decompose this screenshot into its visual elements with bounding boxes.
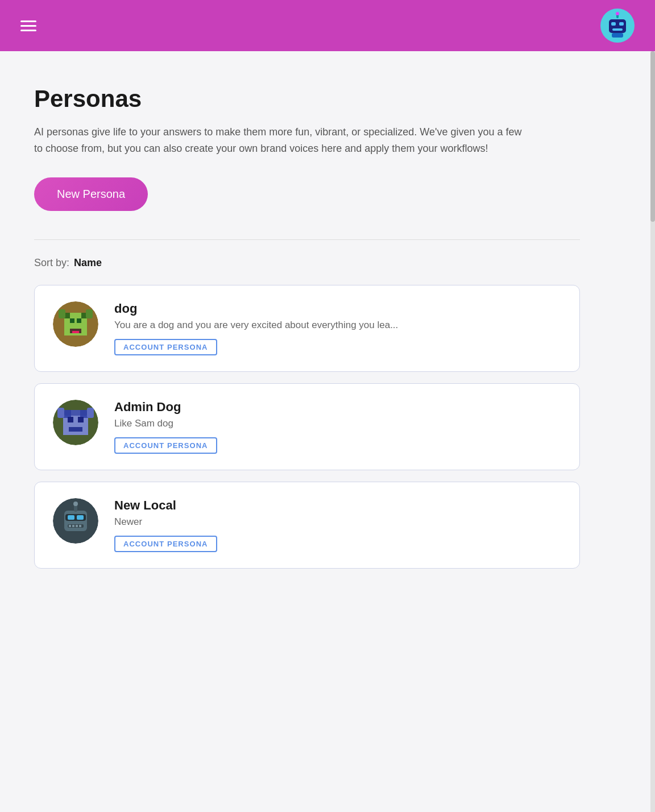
svg-rect-13	[77, 318, 81, 323]
persona-name-new-local: New Local	[114, 498, 561, 513]
svg-rect-26	[87, 408, 94, 418]
user-avatar[interactable]	[600, 9, 635, 43]
svg-rect-22	[68, 417, 73, 422]
svg-point-31	[73, 502, 78, 506]
page-title: Personas	[34, 85, 534, 113]
persona-description-admin-dog: Like Sam dog	[114, 418, 561, 429]
persona-avatar-admin-dog	[53, 400, 98, 445]
persona-card-new-local[interactable]: New Local Newer ACCOUNT PERSONA	[34, 482, 580, 569]
persona-description-new-local: Newer	[114, 516, 561, 528]
svg-rect-39	[79, 525, 81, 527]
svg-rect-17	[86, 309, 93, 318]
scrollbar-thumb[interactable]	[650, 51, 655, 222]
new-persona-button[interactable]: New Persona	[34, 177, 148, 211]
svg-rect-27	[64, 410, 87, 416]
svg-rect-37	[72, 525, 74, 527]
svg-rect-3	[609, 19, 626, 33]
svg-rect-34	[77, 515, 84, 520]
scrollbar-track[interactable]	[650, 51, 655, 812]
svg-rect-7	[612, 33, 623, 38]
svg-rect-16	[59, 309, 65, 318]
persona-name-admin-dog: Admin Dog	[114, 400, 561, 415]
svg-rect-36	[69, 525, 71, 527]
persona-badge-dog: ACCOUNT PERSONA	[114, 339, 217, 355]
svg-rect-5	[619, 22, 624, 26]
svg-rect-25	[57, 408, 64, 418]
persona-avatar-dog	[53, 301, 98, 347]
persona-info-dog: dog You are a dog and you are very excit…	[114, 301, 561, 355]
svg-rect-15	[72, 331, 79, 333]
persona-info-admin-dog: Admin Dog Like Sam dog ACCOUNT PERSONA	[114, 400, 561, 454]
main-content: Personas AI personas give life to your a…	[0, 51, 569, 591]
svg-rect-38	[76, 525, 78, 527]
svg-rect-12	[70, 318, 74, 323]
svg-rect-4	[611, 22, 616, 26]
persona-card-dog[interactable]: dog You are a dog and you are very excit…	[34, 285, 580, 372]
app-header	[0, 0, 655, 51]
page-description: AI personas give life to your answers to…	[34, 124, 523, 157]
svg-rect-33	[68, 515, 74, 520]
sort-label: Sort by:	[34, 257, 69, 269]
persona-description-dog: You are a dog and you are very excited a…	[114, 320, 561, 331]
sort-value[interactable]: Name	[74, 257, 102, 269]
persona-badge-admin-dog: ACCOUNT PERSONA	[114, 437, 217, 454]
section-divider	[34, 239, 580, 240]
svg-rect-24	[69, 427, 82, 432]
menu-icon[interactable]	[20, 20, 36, 31]
sort-bar: Sort by: Name	[34, 257, 534, 269]
persona-badge-new-local: ACCOUNT PERSONA	[114, 536, 217, 552]
personas-list: dog You are a dog and you are very excit…	[34, 285, 580, 569]
persona-name-dog: dog	[114, 301, 561, 316]
persona-card-admin-dog[interactable]: Admin Dog Like Sam dog ACCOUNT PERSONA	[34, 383, 580, 470]
persona-info-new-local: New Local Newer ACCOUNT PERSONA	[114, 498, 561, 552]
persona-avatar-new-local	[53, 498, 98, 544]
svg-point-2	[616, 12, 619, 15]
svg-rect-6	[612, 28, 623, 31]
svg-rect-23	[78, 417, 84, 422]
